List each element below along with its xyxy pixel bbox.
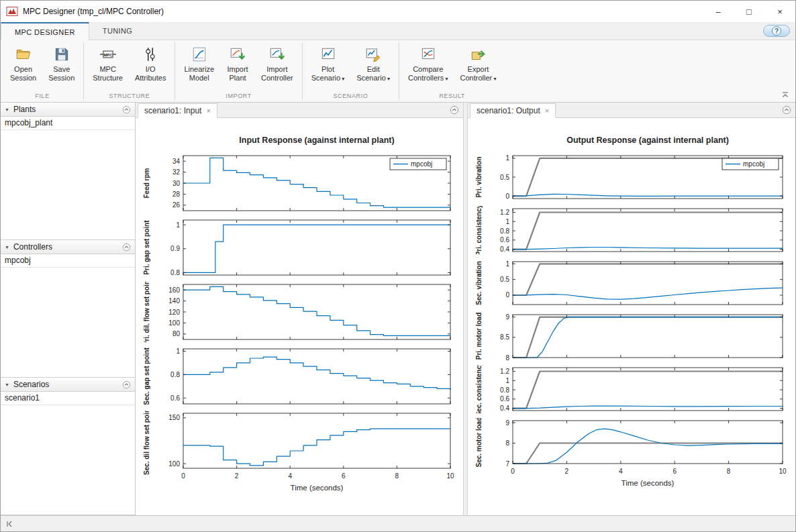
close-tab-icon[interactable]: × [545, 107, 549, 115]
toolbar-group-buttons: LinearizeModelImportPlantImportControlle… [179, 42, 298, 91]
svg-text:MPC: MPC [103, 53, 113, 57]
panel-header-plants[interactable]: ▼Plants [1, 103, 135, 117]
panel-title: Plants [13, 105, 36, 114]
button-label-line: Session [10, 74, 36, 83]
dropdown-arrow-icon: ▾ [444, 76, 448, 82]
panel-actions-icon[interactable] [122, 105, 131, 114]
minimize-button[interactable]: – [703, 1, 734, 22]
maximize-button[interactable]: □ [734, 1, 764, 22]
toolbar-group-label: RESULT [403, 91, 501, 102]
y-tick-label: 0.5 [500, 174, 509, 181]
panel-header-scenarios[interactable]: ▼Scenarios [1, 378, 135, 392]
y-axis-label: Sec. vibration [475, 261, 483, 305]
y-tick-label: 100 [168, 460, 180, 468]
y-tick-label: 1.2 [500, 368, 509, 375]
y-tick-label: 0 [505, 291, 509, 299]
i-o-attributes-button[interactable]: I/OAttributes [130, 42, 171, 91]
linearize-model-button[interactable]: LinearizeModel [179, 42, 219, 91]
x-tick-label: 8 [395, 472, 399, 480]
y-tick-label: 0.8 [170, 371, 180, 378]
toolbar-group-label: FILE [5, 91, 80, 102]
panel-actions-icon[interactable] [122, 380, 131, 389]
ribbon-tab-mpc-designer[interactable]: MPC DESIGNER [1, 22, 89, 40]
toolbar-separator [83, 42, 84, 100]
import-controller-button[interactable]: ImportController [256, 42, 299, 91]
statusbar [1, 515, 795, 531]
y-axis-label: Sec. consistency [475, 365, 483, 413]
edit-scenario-button[interactable]: EditScenario ▾ [351, 42, 395, 91]
toolbar-groups: OpenSessionSaveSessionFILEMPCMPCStructur… [2, 40, 504, 102]
y-tick-label: 0.9 [170, 245, 180, 252]
subplot-pri-gap-set-point: 0.80.91Pri. gap set point [142, 217, 457, 278]
y-tick-label: 0.6 [170, 394, 180, 402]
collapse-triangle-icon: ▼ [5, 382, 9, 387]
input-document-tabbar: scenario1: Input × [136, 103, 463, 118]
toolbar-group-scenario: PlotScenario ▾EditScenario ▾SCENARIO [303, 40, 398, 102]
button-label-line: Edit [367, 65, 380, 74]
output-document-tabbar: scenario1: Output × [468, 103, 795, 118]
ribbon-tabstrip: MPC DESIGNERTUNING ? [1, 22, 795, 40]
list-item-scenario1[interactable]: scenario1 [1, 392, 135, 405]
ribbon-tab-tuning[interactable]: TUNING [89, 22, 146, 40]
y-tick-label: 1 [505, 154, 509, 162]
y-tick-label: 0 [505, 193, 509, 200]
dropdown-arrow-icon: ▾ [386, 76, 390, 82]
document-tab-scenario1-output[interactable]: scenario1: Output × [470, 103, 556, 118]
list-item-mpcobj-plant[interactable]: mpcobj_plant [1, 117, 135, 130]
legend-entry: mpcobj [743, 160, 764, 168]
y-axis-label: Feed rpm [143, 168, 150, 198]
x-tick-label: 6 [342, 472, 346, 480]
y-tick-label: 0.5 [500, 276, 509, 283]
panel-header-controllers[interactable]: ▼Controllers [1, 240, 135, 254]
y-axis-label: Pri. gap set point [143, 220, 150, 275]
plot-scenario-button[interactable]: PlotScenario ▾ [306, 42, 350, 91]
document-tab-scenario1-input[interactable]: scenario1: Input × [138, 103, 217, 118]
y-tick-label: 1 [176, 348, 180, 355]
toolbar: OpenSessionSaveSessionFILEMPCMPCStructur… [1, 40, 795, 103]
y-tick-label: 160 [168, 286, 180, 294]
toolbar-group-buttons: MPCMPCStructureI/OAttributes [87, 42, 171, 91]
x-tick-label: 10 [446, 472, 454, 480]
close-button[interactable]: × [764, 1, 795, 22]
button-label-line: MPC [99, 65, 115, 74]
collapse-triangle-icon: ▼ [5, 245, 9, 250]
subplot-pri-dil-flow-set-point: 80100120140160Pri. dil. flow set point [142, 282, 457, 342]
toolbar-group-file: OpenSessionSaveSessionFILE [2, 40, 83, 102]
import-plant-icon [229, 44, 246, 64]
document-area: scenario1: Input × Input Response (again… [136, 103, 795, 515]
close-tab-icon[interactable]: × [206, 107, 210, 115]
compare-controllers-button[interactable]: CompareControllers ▾ [403, 42, 453, 91]
toolbar-group-label: STRUCTURE [87, 91, 171, 102]
help-button[interactable]: ? [763, 25, 790, 37]
button-label-line: Model [189, 74, 209, 83]
y-tick-label: 26 [172, 201, 181, 209]
y-tick-label: 1 [505, 377, 509, 384]
document-splitter[interactable] [463, 103, 468, 515]
panel-body: scenario1 [1, 392, 135, 515]
window-title: MPC Designer (tmp_cl/MPC Controller) [23, 7, 164, 16]
button-label-line: I/O [146, 65, 156, 74]
y-tick-label: 140 [168, 297, 180, 305]
tab-label: scenario1: Output [477, 106, 540, 115]
export-controller-button[interactable]: ExportController ▾ [455, 42, 502, 91]
mpc-structure-button[interactable]: MPCMPCStructure [87, 42, 128, 91]
collapse-ribbon-button[interactable] [780, 90, 791, 99]
list-item-mpcobj[interactable]: mpcobj [1, 254, 135, 268]
y-axis-label: Pri. consistency [475, 206, 483, 254]
save-session-button[interactable]: SaveSession [43, 42, 80, 91]
window-controls: – □ × [703, 1, 795, 22]
import-plant-button[interactable]: ImportPlant [221, 42, 254, 91]
open-folder-icon [15, 44, 32, 64]
y-tick-label: 8.5 [500, 333, 509, 341]
open-session-button[interactable]: OpenSession [5, 42, 42, 91]
collapse-sidebar-button[interactable] [3, 518, 16, 530]
panel-actions-icon[interactable] [122, 243, 131, 252]
y-tick-label: 7 [505, 460, 509, 468]
tabbar-actions-icon[interactable] [782, 105, 791, 117]
x-tick-label: 10 [779, 468, 787, 475]
tabbar-actions-icon[interactable] [450, 105, 459, 117]
y-axis-label: Pri. motor load [475, 313, 483, 360]
y-tick-label: 1.2 [500, 209, 509, 216]
y-axis-label: Sec. dil flow set point [143, 411, 150, 475]
toolbar-group-buttons: CompareControllers ▾ExportController ▾ [403, 42, 501, 91]
